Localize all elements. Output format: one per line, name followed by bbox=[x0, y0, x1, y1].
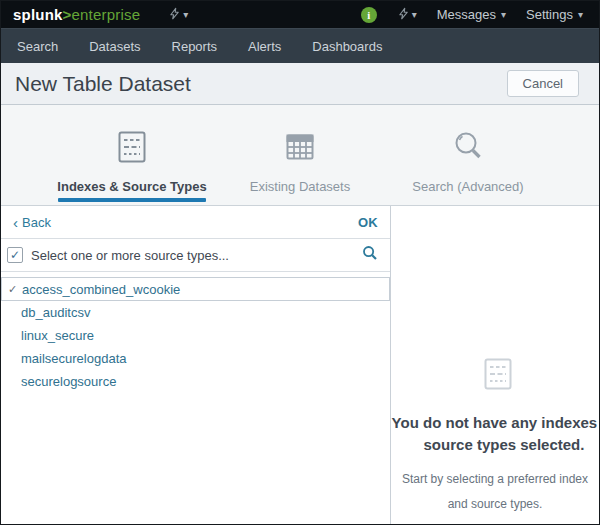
activity-icon bbox=[168, 6, 181, 24]
content-area: ‹ Back OK ✓ ✓ access_combined_wco bbox=[1, 206, 599, 525]
source-type-item[interactable]: linux_secure bbox=[1, 324, 390, 347]
tab-search-advanced[interactable]: Search (Advanced) bbox=[384, 105, 552, 205]
source-type-list: ✓ access_combined_wcookie db_auditcsv li… bbox=[1, 272, 390, 393]
page-title: New Table Dataset bbox=[15, 72, 191, 96]
caret-down-icon: ▾ bbox=[183, 9, 188, 20]
list-icon bbox=[479, 355, 517, 397]
caret-down-icon: ▾ bbox=[501, 9, 506, 20]
logo-splunk-text: splunk bbox=[13, 6, 63, 23]
tab-label: Search (Advanced) bbox=[412, 179, 523, 194]
source-type-label: mailsecurelogdata bbox=[21, 351, 127, 366]
search-icon bbox=[449, 128, 487, 166]
tab-indexes-source-types[interactable]: Indexes & Source Types bbox=[48, 105, 216, 205]
source-type-label: securelogsource bbox=[21, 374, 116, 389]
source-type-label: access_combined_wcookie bbox=[22, 282, 180, 297]
nav-item-search[interactable]: Search bbox=[17, 39, 58, 54]
empty-state-subtitle: Start by selecting a preferred index and… bbox=[391, 467, 599, 517]
back-label: Back bbox=[22, 215, 51, 230]
nav-item-dashboards[interactable]: Dashboards bbox=[312, 39, 382, 54]
caret-down-icon: ▾ bbox=[412, 9, 417, 20]
select-all-checkbox[interactable]: ✓ bbox=[7, 247, 23, 263]
empty-state-title: You do not have any indexes or source ty… bbox=[391, 412, 599, 456]
splunk-logo[interactable]: splunk>enterprise bbox=[13, 6, 140, 23]
info-icon[interactable]: i bbox=[361, 7, 377, 23]
chevron-left-icon: ‹ bbox=[13, 215, 18, 230]
source-type-label: linux_secure bbox=[21, 328, 94, 343]
tab-label: Existing Datasets bbox=[250, 179, 350, 194]
source-types-panel: ‹ Back OK ✓ ✓ access_combined_wco bbox=[1, 206, 391, 525]
source-type-item[interactable]: ✓ access_combined_wcookie bbox=[1, 277, 390, 301]
settings-label: Settings bbox=[526, 7, 573, 22]
ok-button[interactable]: OK bbox=[358, 215, 378, 230]
messages-label: Messages bbox=[437, 7, 496, 22]
source-type-search-row: ✓ bbox=[1, 239, 390, 272]
top-bar: splunk>enterprise ▾ i ▾ Messages ▾ Setti… bbox=[1, 1, 599, 28]
cancel-button[interactable]: Cancel bbox=[507, 70, 579, 97]
source-type-item[interactable]: securelogsource bbox=[1, 370, 390, 393]
splunk-window: splunk>enterprise ▾ i ▾ Messages ▾ Setti… bbox=[0, 0, 600, 525]
active-tab-underline bbox=[58, 198, 206, 202]
settings-menu[interactable]: Settings ▾ bbox=[526, 7, 583, 22]
source-type-filter-input[interactable] bbox=[31, 248, 354, 263]
activity-menu-2[interactable]: ▾ bbox=[397, 6, 417, 24]
nav-item-reports[interactable]: Reports bbox=[172, 39, 218, 54]
table-icon bbox=[281, 128, 319, 166]
list-icon bbox=[113, 128, 151, 166]
nav-item-alerts[interactable]: Alerts bbox=[248, 39, 281, 54]
selection-preview-panel: You do not have any indexes or source ty… bbox=[391, 206, 599, 525]
nav-item-datasets[interactable]: Datasets bbox=[89, 39, 140, 54]
caret-down-icon: ▾ bbox=[578, 9, 583, 20]
source-type-item[interactable]: db_auditcsv bbox=[1, 301, 390, 324]
tab-label: Indexes & Source Types bbox=[57, 179, 206, 194]
messages-menu[interactable]: Messages ▾ bbox=[437, 7, 506, 22]
activity-menu[interactable]: ▾ bbox=[168, 6, 188, 24]
tab-existing-datasets[interactable]: Existing Datasets bbox=[216, 105, 384, 205]
logo-gt-glyph: > bbox=[63, 6, 72, 23]
empty-state: You do not have any indexes or source ty… bbox=[391, 206, 599, 517]
source-type-label: db_auditcsv bbox=[21, 305, 90, 320]
activity-icon bbox=[397, 6, 410, 24]
topbar-right-group: i ▾ Messages ▾ Settings ▾ bbox=[361, 6, 589, 24]
check-icon: ✓ bbox=[8, 283, 17, 296]
search-icon[interactable] bbox=[362, 245, 378, 265]
back-link[interactable]: ‹ Back bbox=[13, 215, 51, 230]
panel-header: ‹ Back OK bbox=[1, 206, 390, 239]
dataset-source-tabs: Indexes & Source Types Existing Data bbox=[1, 105, 599, 206]
title-bar: New Table Dataset Cancel bbox=[1, 63, 599, 105]
source-type-item[interactable]: mailsecurelogdata bbox=[1, 347, 390, 370]
logo-enterprise-text: enterprise bbox=[72, 6, 141, 23]
app-nav-bar: Search Datasets Reports Alerts Dashboard… bbox=[1, 28, 599, 63]
